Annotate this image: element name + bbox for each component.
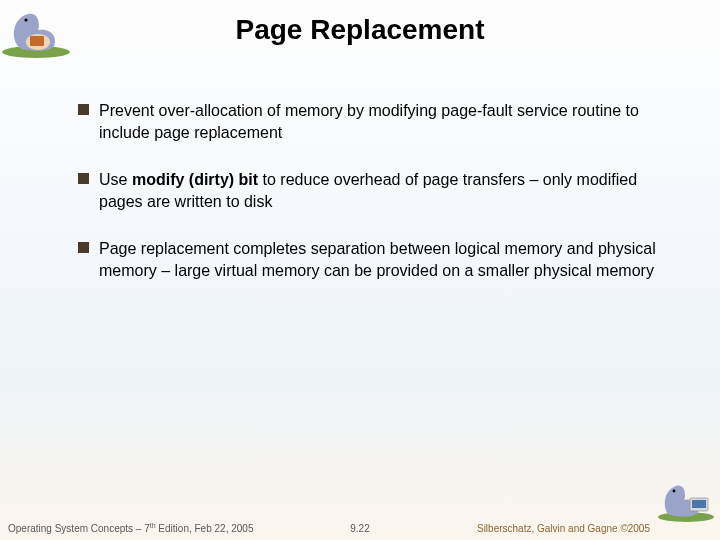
svg-point-3 bbox=[24, 18, 27, 21]
bullet-text: Page replacement completes separation be… bbox=[99, 238, 670, 281]
list-item: Use modify (dirty) bit to reduce overhea… bbox=[78, 169, 670, 212]
bullet-text: Use modify (dirty) bit to reduce overhea… bbox=[99, 169, 670, 212]
bullet-icon bbox=[78, 173, 89, 184]
footer-page-number: 9.22 bbox=[350, 523, 369, 534]
dinosaur-logo-icon bbox=[0, 0, 72, 58]
bullet-text-pre: Prevent over-allocation of memory by mod… bbox=[99, 102, 639, 141]
bullet-icon bbox=[78, 104, 89, 115]
svg-rect-6 bbox=[692, 500, 706, 508]
bullet-icon bbox=[78, 242, 89, 253]
footer-left-pre: Operating System Concepts – 7 bbox=[8, 523, 150, 534]
svg-rect-2 bbox=[30, 36, 44, 46]
bullet-text: Prevent over-allocation of memory by mod… bbox=[99, 100, 670, 143]
footer-copyright: Silberschatz, Galvin and Gagne ©2005 bbox=[477, 523, 650, 534]
footer-left-post: Edition, Feb 22, 2005 bbox=[156, 523, 254, 534]
page-title: Page Replacement bbox=[0, 0, 720, 46]
bullet-text-bold: modify (dirty) bit bbox=[132, 171, 258, 188]
slide: Page Replacement Prevent over-allocation… bbox=[0, 0, 720, 540]
content-area: Prevent over-allocation of memory by mod… bbox=[78, 100, 670, 308]
bullet-text-pre: Page replacement completes separation be… bbox=[99, 240, 656, 279]
dinosaur-computer-logo-icon bbox=[656, 476, 716, 522]
footer: Operating System Concepts – 7th Edition,… bbox=[0, 518, 720, 534]
footer-left: Operating System Concepts – 7th Edition,… bbox=[8, 522, 253, 534]
svg-point-7 bbox=[673, 490, 676, 493]
bullet-text-pre: Use bbox=[99, 171, 132, 188]
list-item: Prevent over-allocation of memory by mod… bbox=[78, 100, 670, 143]
list-item: Page replacement completes separation be… bbox=[78, 238, 670, 281]
